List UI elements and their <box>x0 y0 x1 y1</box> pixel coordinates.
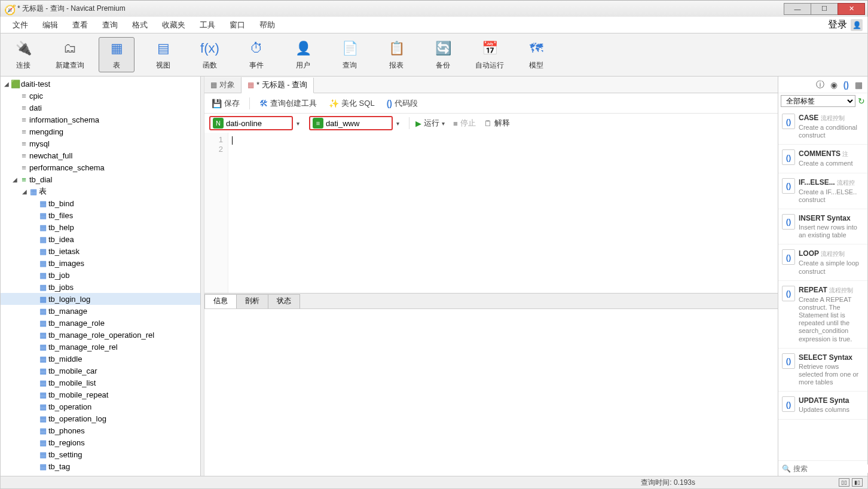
connection-node[interactable]: ◢🟩daiti-test <box>1 78 200 90</box>
table-node[interactable]: ▦tb_images <box>1 257 200 269</box>
query-builder-button[interactable]: 🛠查询创建工具 <box>257 97 319 110</box>
menu-tools[interactable]: 工具 <box>192 17 222 33</box>
code-area[interactable] <box>228 133 778 293</box>
tab-query[interactable]: ▦ * 无标题 - 查询 <box>242 78 314 93</box>
database-node[interactable]: ≡mengding <box>1 126 200 137</box>
database-node[interactable]: ≡performance_schema <box>1 161 200 173</box>
menu-favorites[interactable]: 收藏夹 <box>155 17 192 33</box>
toolbar-备份[interactable]: 🔄备份 <box>425 37 461 72</box>
menu-help[interactable]: 帮助 <box>252 17 282 33</box>
tab-objects[interactable]: ▦ 对象 <box>204 77 242 93</box>
table-node[interactable]: ▦tb_jobs <box>1 281 200 293</box>
database-node[interactable]: ≡newchat_full <box>1 149 200 161</box>
table-node[interactable]: ▦tb_manage_role_rel <box>1 341 200 353</box>
view-mode-1-icon[interactable]: ▯▯ <box>839 478 849 487</box>
toolbar-事件[interactable]: ⏱事件 <box>239 37 274 72</box>
database-node[interactable]: ≡dati <box>1 102 200 114</box>
snippet-item[interactable]: ()UPDATE Synta Updates columns <box>778 392 867 419</box>
database-node[interactable]: ≡information_schema <box>1 114 200 126</box>
toolbar-模型[interactable]: 🗺模型 <box>518 37 554 72</box>
sql-editor[interactable]: 1 2 <box>204 133 778 293</box>
refresh-icon[interactable]: ↻ <box>858 96 865 106</box>
table-node[interactable]: ▦tb_tag <box>1 460 200 472</box>
explain-button[interactable]: 🗒解释 <box>484 118 510 129</box>
table-node[interactable]: ▦tb_phones <box>1 424 200 436</box>
tree-toggle-icon[interactable]: ◢ <box>11 176 19 183</box>
view-mode-2-icon[interactable]: ▮▯ <box>852 478 863 487</box>
connection-tree[interactable]: ◢🟩daiti-test≡cpic≡dati≡information_schem… <box>1 77 201 476</box>
table-node[interactable]: ▦tb_regions <box>1 436 200 448</box>
database-selector[interactable]: ≡ dati_www <box>309 116 393 130</box>
run-button[interactable]: ▶运行 ▾ <box>415 118 445 129</box>
chevron-down-icon[interactable]: ▾ <box>293 120 303 127</box>
table-node[interactable]: ▦tb_setting <box>1 448 200 460</box>
database-node[interactable]: ≡cpic <box>1 90 200 102</box>
table-node[interactable]: ▦tb_idea <box>1 233 200 245</box>
table-node[interactable]: ▦tb_ietask <box>1 245 200 257</box>
result-tab-status[interactable]: 状态 <box>268 294 300 308</box>
snippet-search-input[interactable] <box>793 464 868 473</box>
result-tab-info[interactable]: 信息 <box>204 294 237 308</box>
result-tab-profile[interactable]: 剖析 <box>236 294 268 308</box>
table-node[interactable]: ▦tb_help <box>1 221 200 233</box>
snippet-item[interactable]: ()IF...ELSE... 流程控Create a IF...ELSE.. c… <box>778 173 867 209</box>
maximize-button[interactable] <box>811 3 838 15</box>
table-node[interactable]: ▦tb_middle <box>1 353 200 365</box>
table-node[interactable]: ▦tb_manage_role <box>1 317 200 329</box>
connection-selector[interactable]: N dati-online <box>209 116 293 130</box>
toolbar-视图[interactable]: ▤视图 <box>145 37 181 72</box>
table-node[interactable]: ▦tb_files <box>1 209 200 221</box>
save-button[interactable]: 💾保存 <box>209 97 242 110</box>
menu-query[interactable]: 查询 <box>95 17 125 33</box>
snippet-item[interactable]: ()INSERT Syntax Insert new rows into an … <box>778 209 867 244</box>
tree-toggle-icon[interactable]: ◢ <box>21 188 28 195</box>
table-node[interactable]: ▦tb_manage_role_operation_rel <box>1 329 200 341</box>
info-icon[interactable]: ⓘ <box>816 80 824 90</box>
tree-toggle-icon[interactable]: ◢ <box>3 81 10 87</box>
toolbar-自动运行[interactable]: 📅自动运行 <box>472 37 508 72</box>
beautify-sql-button[interactable]: ✨美化 SQL <box>326 97 377 110</box>
database-node[interactable]: ≡mysql <box>1 137 200 149</box>
snippet-item[interactable]: ()CASE 流程控制Create a conditional construc… <box>778 109 867 145</box>
menu-edit[interactable]: 编辑 <box>35 17 65 33</box>
menu-file[interactable]: 文件 <box>5 17 35 33</box>
menu-window[interactable]: 窗口 <box>222 17 252 33</box>
snippet-panel-icon[interactable]: () <box>843 80 849 90</box>
toolbar-报表[interactable]: 📋报表 <box>378 37 414 72</box>
toolbar-表[interactable]: ▦表 <box>99 37 135 72</box>
snippet-item[interactable]: ()SELECT Syntax Retrieve rows selected f… <box>778 349 867 392</box>
snippet-list[interactable]: ()CASE 流程控制Create a conditional construc… <box>778 109 867 460</box>
toolbar-查询[interactable]: 📄查询 <box>332 37 368 72</box>
grid-icon[interactable]: ▦ <box>855 80 863 90</box>
toolbar-用户[interactable]: 👤用户 <box>285 37 321 72</box>
snippet-item[interactable]: ()COMMENTS 注Create a comment <box>778 145 867 173</box>
avatar-icon[interactable]: 👤 <box>851 19 863 31</box>
code-snippet-button[interactable]: ()代码段 <box>384 97 420 110</box>
eye-icon[interactable]: ◉ <box>830 80 838 90</box>
table-node[interactable]: ▦tb_bind <box>1 197 200 209</box>
table-node[interactable]: ▦tb_manage <box>1 305 200 317</box>
toolbar-函数[interactable]: f(x)函数 <box>192 37 228 72</box>
table-node[interactable]: ▦tb_mobile_car <box>1 365 200 377</box>
tree-icon: ▦ <box>38 450 48 459</box>
table-node[interactable]: ▦tb_operation_log <box>1 412 200 424</box>
snippet-item[interactable]: ()LOOP 流程控制Create a simple loop construc… <box>778 244 867 280</box>
minimize-button[interactable] <box>784 3 811 15</box>
menu-view[interactable]: 查看 <box>65 17 95 33</box>
login-link[interactable]: 登录 <box>828 19 847 31</box>
table-node[interactable]: ▦tb_operation <box>1 401 200 412</box>
chevron-down-icon[interactable]: ▾ <box>442 120 445 127</box>
snippet-item[interactable]: ()REPEAT 流程控制Create A REPEAT construct. … <box>778 281 867 349</box>
tables-group[interactable]: ◢▦表 <box>1 185 200 197</box>
close-button[interactable] <box>838 3 865 15</box>
table-node[interactable]: ▦tb_mobile_list <box>1 377 200 389</box>
toolbar-连接[interactable]: 🔌连接 <box>5 37 41 72</box>
chevron-down-icon[interactable]: ▾ <box>393 120 403 127</box>
table-node[interactable]: ▦tb_job <box>1 269 200 281</box>
menu-format[interactable]: 格式 <box>125 17 155 33</box>
tag-filter-select[interactable]: 全部标签 <box>781 95 855 107</box>
database-node-active[interactable]: ◢≡tb_dial <box>1 173 200 185</box>
table-node[interactable]: ▦tb_login_log <box>1 293 200 305</box>
toolbar-新建查询[interactable]: 🗂新建查询 <box>52 37 88 72</box>
table-node[interactable]: ▦tb_mobile_repeat <box>1 389 200 401</box>
